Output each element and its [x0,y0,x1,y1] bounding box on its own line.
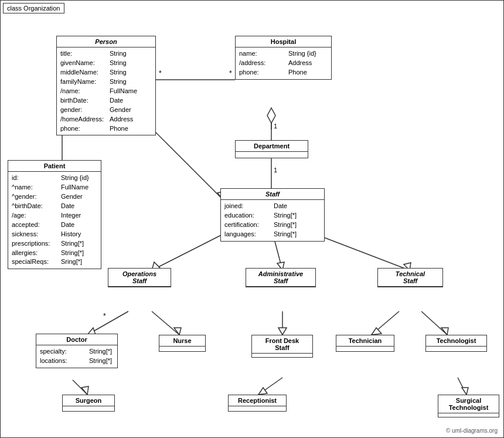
patient-class: Patient id:String {id} ^name:FullName ^g… [8,160,101,269]
svg-text:*: * [159,69,162,77]
copyright: © uml-diagrams.org [446,427,498,434]
person-class: Person title:String givenName:String mid… [56,36,156,135]
svg-marker-33 [81,386,88,395]
surgical-technologist-header: SurgicalTechnologist [438,395,499,413]
staff-header: Staff [221,189,324,200]
svg-text:*: * [103,312,106,320]
patient-header: Patient [8,161,101,172]
svg-line-22 [87,311,128,335]
doctor-body: specialty:String[*] locations:String[*] [36,345,117,368]
front-desk-staff-header: Front DeskStaff [252,335,312,354]
front-desk-staff-body [252,354,312,357]
nurse-class: Nurse [159,335,206,352]
svg-marker-27 [278,328,287,335]
technical-staff-header: TechnicalStaff [378,269,442,287]
technologist-header: Technologist [426,335,486,347]
staff-class: Staff joined:Date education:String[*] ce… [220,188,325,242]
operations-staff-header: OperationsStaff [108,269,171,287]
doctor-header: Doctor [36,334,117,345]
department-body [236,152,308,158]
surgical-technologist-class: SurgicalTechnologist [438,395,499,417]
hospital-body: name:String {id} /address:Address phone:… [236,47,331,79]
receptionist-header: Receptionist [229,395,286,406]
administrative-staff-class: AdministrativeStaff [246,268,316,287]
svg-text:1: 1 [274,167,277,174]
surgical-technologist-body [438,413,499,417]
patient-body: id:String {id} ^name:FullName ^gender:Ge… [8,172,101,269]
technical-staff-class: TechnicalStaff [377,268,443,287]
svg-marker-29 [372,328,382,335]
svg-line-28 [372,311,399,335]
svg-line-30 [421,311,447,335]
administrative-staff-header: AdministrativeStaff [246,269,315,287]
diagram-title: class Organization [3,3,64,13]
hospital-class: Hospital name:String {id} /address:Addre… [235,36,332,80]
person-header: Person [57,36,155,47]
surgeon-body [63,406,114,411]
svg-marker-31 [441,328,448,335]
surgeon-header: Surgeon [63,395,114,406]
doctor-class: Doctor specialty:String[*] locations:Str… [36,334,118,368]
svg-text:*: * [229,69,232,77]
svg-marker-35 [258,388,267,395]
svg-line-34 [258,378,282,395]
department-class: Department [235,140,308,158]
svg-marker-4 [267,108,275,123]
svg-line-36 [458,378,466,395]
hospital-header: Hospital [236,36,331,47]
receptionist-class: Receptionist [228,395,287,412]
operations-staff-class: OperationsStaff [108,268,171,287]
svg-marker-37 [462,388,468,395]
front-desk-staff-class: Front DeskStaff [251,335,313,358]
svg-marker-25 [174,328,181,335]
staff-body: joined:Date education:String[*] certific… [221,200,324,241]
diagram-container: class Organization * * 1 * 1 * [0,0,504,438]
technician-class: Technician [336,335,394,352]
svg-line-24 [152,311,179,335]
svg-text:1: 1 [274,123,277,130]
technologist-class: Technologist [425,335,487,352]
person-body: title:String givenName:String middleName… [57,47,155,135]
nurse-header: Nurse [159,335,205,347]
technician-header: Technician [336,335,394,347]
technologist-body [426,347,486,351]
nurse-body [159,347,205,351]
technician-body [336,347,394,351]
svg-line-32 [73,380,87,395]
department-header: Department [236,141,308,152]
receptionist-body [229,406,286,411]
surgeon-class: Surgeon [62,395,115,412]
